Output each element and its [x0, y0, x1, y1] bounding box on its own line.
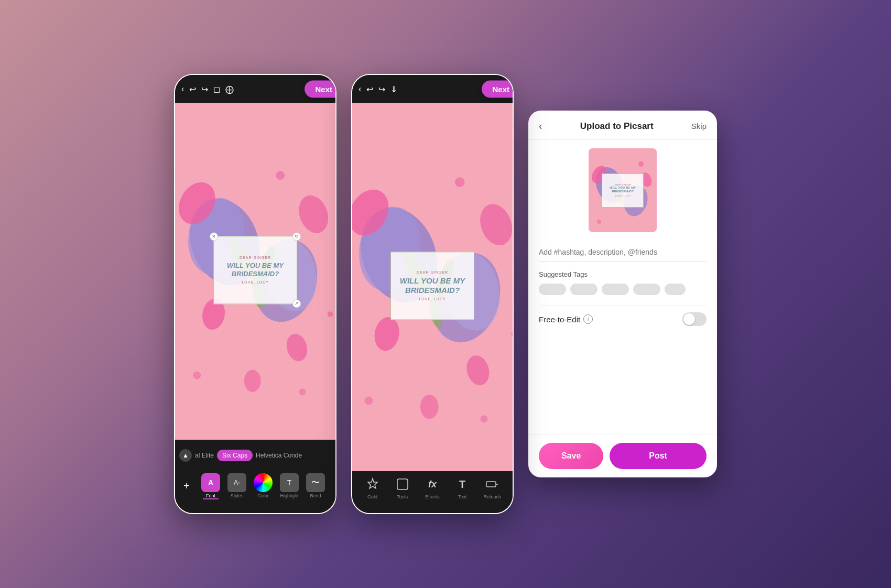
- retouch-label: Retouch: [484, 494, 502, 499]
- svg-point-26: [420, 395, 439, 419]
- svg-point-6: [294, 191, 333, 237]
- font-scroll-up[interactable]: ▲: [179, 449, 192, 462]
- tool2-tools[interactable]: Tools: [391, 476, 414, 499]
- highlight-label: Highlight: [280, 493, 298, 498]
- toggle-knob: [683, 313, 695, 325]
- tool2-retouch[interactable]: Retouch: [481, 476, 504, 499]
- erase-icon[interactable]: ◻: [213, 84, 220, 94]
- panel-back-button[interactable]: ‹: [539, 120, 542, 132]
- info-icon[interactable]: i: [583, 314, 593, 324]
- canvas-card-1[interactable]: ✕ ↻ ↗ DEAR GINGER WILL YOU BE MY BRIDESM…: [213, 236, 297, 304]
- tag-pill-2[interactable]: [570, 284, 597, 295]
- tag-pill-3[interactable]: [602, 284, 629, 295]
- phone1-tools-row: + A Font A+ Styles Color T Highlight: [175, 473, 335, 498]
- styles-label: Styles: [231, 493, 244, 498]
- card-close-handle[interactable]: ✕: [210, 232, 218, 241]
- phone2-canvas: DEAR GINGER WILL YOU BE MY BRIDESMAID? L…: [352, 103, 513, 471]
- tool2-text[interactable]: T Text: [451, 476, 474, 499]
- svg-point-13: [276, 171, 285, 180]
- color-icon: [254, 473, 273, 492]
- effects-icon: fx: [428, 476, 437, 492]
- font-strip: ▲ al Elite Six Caps Helvetica Conde: [175, 440, 335, 471]
- svg-point-44: [638, 161, 644, 167]
- tool-font[interactable]: A Font: [199, 473, 222, 498]
- font-icon: A: [201, 473, 220, 492]
- styles-icon: A+: [227, 473, 246, 492]
- effects-label: Effects: [425, 494, 439, 499]
- font-item-3[interactable]: Helvetica Conde: [253, 452, 305, 459]
- free-edit-toggle[interactable]: [682, 312, 707, 326]
- svg-point-25: [463, 353, 492, 388]
- next-button-2[interactable]: Next: [482, 81, 514, 98]
- svg-marker-34: [368, 478, 377, 488]
- gold-label: Gold: [367, 494, 377, 499]
- panel-body: DEAR GINGER WILL YOU BE MY BRIDESMAID? L…: [528, 140, 717, 434]
- phone2-bottom-toolbar: Gold Tools fx Effects T Text Retouch: [352, 471, 513, 513]
- phone1-bottom-toolbar: ▲ al Elite Six Caps Helvetica Conde + A …: [175, 440, 335, 513]
- svg-rect-35: [397, 479, 408, 489]
- panel-footer: Save Post: [528, 434, 717, 477]
- card-dear-text: DEAR GINGER: [240, 256, 271, 260]
- svg-point-23: [475, 200, 513, 250]
- card2-love-text: LOVE, LUCY: [419, 297, 446, 301]
- text-icon: T: [459, 476, 465, 492]
- post-button[interactable]: Post: [610, 443, 707, 469]
- tools-icon: [396, 476, 409, 492]
- download-icon-2[interactable]: ⇓: [390, 84, 397, 94]
- phone-2: ‹ ↩ ↪ ⇓ Next DEAR: [351, 74, 514, 514]
- phone1-topbar: ‹ ↩ ↪ ◻ ⨁ Next: [175, 75, 335, 103]
- svg-point-30: [455, 177, 465, 187]
- tool-highlight[interactable]: T Highlight: [278, 473, 301, 498]
- svg-point-31: [481, 415, 488, 422]
- phone1-canvas: ✕ ↻ ↗ DEAR GINGER WILL YOU BE MY BRIDESM…: [175, 103, 335, 440]
- save-button[interactable]: Save: [539, 443, 603, 469]
- tool-styles[interactable]: A+ Styles: [225, 473, 248, 498]
- back-icon[interactable]: ‹: [181, 84, 184, 94]
- suggested-tags-label: Suggested Tags: [539, 270, 707, 278]
- svg-point-32: [364, 397, 373, 405]
- font-item-active[interactable]: Six Caps: [217, 450, 253, 461]
- redo-icon-2[interactable]: ↪: [378, 84, 385, 94]
- color-label: Color: [257, 493, 269, 498]
- tag-pill-1[interactable]: [539, 284, 566, 295]
- tool2-effects[interactable]: fx Effects: [421, 476, 444, 499]
- hashtag-input[interactable]: [539, 243, 707, 262]
- svg-point-24: [372, 315, 402, 353]
- phone2-left-icons: ‹ ↩ ↪ ⇓: [358, 84, 397, 94]
- preview-love: LOVE, LUCY: [615, 194, 631, 197]
- svg-point-16: [328, 311, 333, 317]
- svg-point-9: [244, 370, 261, 392]
- panel-header: ‹ Upload to Picsart Skip: [528, 111, 717, 140]
- tool-bend[interactable]: 〜 Bend: [304, 473, 327, 498]
- tag-pill-4[interactable]: [633, 284, 660, 295]
- retouch-icon: [485, 476, 499, 492]
- highlight-icon: T: [280, 473, 299, 492]
- svg-point-22: [352, 182, 397, 243]
- phone2-topbar: ‹ ↩ ↪ ⇓ Next: [352, 75, 513, 103]
- tag-pill-5[interactable]: [665, 284, 686, 295]
- card-love-text: LOVE, LUCY: [242, 280, 268, 284]
- panel-skip-button[interactable]: Skip: [691, 122, 707, 130]
- canvas-card-2[interactable]: DEAR GINGER WILL YOU BE MY BRIDESMAID? L…: [390, 252, 474, 320]
- card-scale-handle[interactable]: ↗: [292, 299, 301, 308]
- upload-panel: ‹ Upload to Picsart Skip DEAR GINGER WIL…: [528, 111, 717, 477]
- next-button-1[interactable]: Next: [305, 81, 336, 98]
- card-title-text: WILL YOU BE MY BRIDESMAID?: [220, 262, 290, 278]
- tool-color[interactable]: Color: [252, 473, 275, 498]
- gold-icon: [366, 476, 379, 492]
- redo-icon[interactable]: ↪: [201, 84, 208, 94]
- undo-icon[interactable]: ↩: [189, 84, 196, 94]
- layers-icon[interactable]: ⨁: [225, 84, 234, 94]
- font-item-1[interactable]: al Elite: [192, 452, 217, 459]
- font-label: Font: [206, 493, 215, 498]
- tool2-gold[interactable]: Gold: [361, 476, 384, 499]
- card-rotate-handle[interactable]: ↻: [292, 232, 301, 241]
- free-to-edit-row: Free-to-Edit i: [539, 306, 707, 332]
- undo-icon-2[interactable]: ↩: [366, 84, 373, 94]
- add-button[interactable]: +: [183, 480, 196, 492]
- suggested-tags-row: [539, 284, 707, 295]
- back-icon-2[interactable]: ‹: [358, 84, 361, 94]
- panel-title: Upload to Picsart: [580, 121, 654, 132]
- text-label: Text: [458, 494, 467, 499]
- phone-1: ‹ ↩ ↪ ◻ ⨁ Next: [174, 74, 336, 514]
